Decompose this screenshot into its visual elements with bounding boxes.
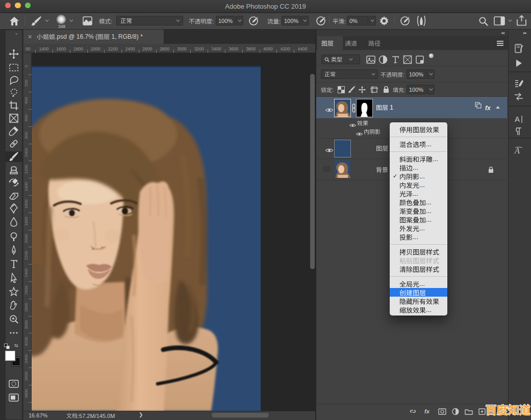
- svg-text:fx: fx: [424, 408, 430, 414]
- svg-text:A: A: [514, 146, 520, 155]
- svg-text:A: A: [515, 115, 520, 123]
